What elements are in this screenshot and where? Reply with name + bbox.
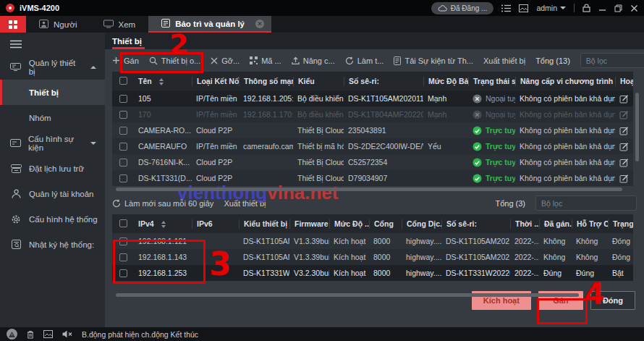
lock-icon[interactable] bbox=[582, 4, 590, 12]
close-button[interactable] bbox=[630, 4, 638, 12]
tab-xem[interactable]: Xem bbox=[90, 16, 149, 33]
col-trang-thai[interactable]: Trạng thái s... bbox=[468, 77, 515, 86]
table-row[interactable]: 192.168.1.121 DS-K1T105AM V1.3.39buil...… bbox=[112, 233, 633, 249]
col-so-se-ri[interactable]: Số sê-ri: bbox=[344, 77, 423, 86]
export-device-button[interactable]: Xuất thiết bị bbox=[224, 199, 266, 208]
filter-input[interactable] bbox=[580, 53, 644, 68]
total-count: Tổng (3) bbox=[495, 199, 525, 208]
edit-icon[interactable] bbox=[619, 158, 629, 167]
user-menu[interactable]: admin bbox=[536, 4, 566, 12]
alarm-icon[interactable] bbox=[7, 329, 17, 340]
select-all-checkbox[interactable] bbox=[119, 219, 127, 227]
col-hoat[interactable]: Hoạt bbox=[615, 77, 633, 86]
task-list-icon[interactable] bbox=[501, 4, 511, 12]
auto-refresh-button[interactable]: Làm mới sau mỗi 60 giây bbox=[112, 199, 213, 208]
table-row[interactable]: 105 IP/Tên miền 192.168.1.205:8000 Bộ đi… bbox=[112, 90, 633, 106]
row-checkbox[interactable] bbox=[119, 174, 127, 182]
sort-icon[interactable] bbox=[161, 221, 166, 228]
tab-nguoi[interactable]: Người bbox=[26, 16, 90, 33]
edit-icon[interactable] bbox=[619, 126, 629, 135]
col-ho-tro[interactable]: Hỗ Trợ Cl... bbox=[572, 219, 608, 229]
col-thoi-gian[interactable]: Thời ... bbox=[510, 219, 539, 229]
horizontal-scrollbar[interactable] bbox=[116, 188, 622, 191]
sidebar-collapse-button[interactable] bbox=[0, 33, 105, 54]
vertical-scrollbar[interactable] bbox=[635, 93, 639, 161]
row-checkbox[interactable] bbox=[119, 95, 127, 103]
cell-type: Thiết Bị Cloud... bbox=[293, 174, 344, 182]
table-row[interactable]: CAMERA-RO... Cloud P2P Thiết Bị Cloud...… bbox=[112, 122, 633, 138]
edit-icon[interactable] bbox=[619, 174, 629, 183]
row-checkbox[interactable] bbox=[119, 269, 127, 277]
row-checkbox[interactable] bbox=[119, 111, 127, 119]
sidebar-item-quan-ly-thiet-bi[interactable]: Quản lý thiết bị bbox=[0, 54, 105, 80]
select-all-checkbox[interactable] bbox=[119, 77, 127, 85]
subtab-thiet-bi[interactable]: Thiết bị bbox=[112, 37, 145, 49]
close-button[interactable]: Đóng bbox=[590, 291, 635, 310]
trash-icon[interactable] bbox=[27, 330, 34, 339]
tab-close-icon[interactable]: ✕ bbox=[255, 20, 264, 28]
remove-device-button[interactable]: Gỡ... bbox=[211, 56, 240, 65]
add-device-button[interactable]: Gán bbox=[112, 56, 139, 65]
col-loai-ket-noi[interactable]: Loại Kết Nối bbox=[192, 77, 239, 86]
mute-icon[interactable] bbox=[62, 330, 72, 338]
col-da-gan[interactable]: Đã gán. bbox=[539, 219, 572, 229]
restore-button[interactable] bbox=[614, 4, 622, 12]
export-device-button[interactable]: Xuất thiết bị bbox=[483, 56, 525, 65]
image-icon[interactable] bbox=[43, 330, 53, 338]
total-count: Tổng (13) bbox=[535, 56, 570, 65]
sidebar-item-thiet-bi[interactable]: Thiết bị bbox=[0, 80, 105, 105]
cell-service-port: highway.... bbox=[402, 253, 441, 261]
col-cong-dich-vu[interactable]: Cổng Dịc... bbox=[402, 219, 441, 229]
table-row[interactable]: 192.168.1.143 DS-K1T105AM V1.3.39buil...… bbox=[112, 249, 633, 265]
table-row[interactable]: 170 IP/Tên miền 192.168.1.170:8000 Bộ đi… bbox=[112, 106, 633, 122]
col-thong-so-mang[interactable]: Thông số mạng bbox=[239, 77, 293, 86]
horizontal-scrollbar[interactable] bbox=[116, 293, 579, 297]
main-menu-button[interactable] bbox=[0, 16, 26, 33]
col-muc-do-bao[interactable]: Mức Độ Bảo ... bbox=[423, 77, 468, 86]
cell-security: Kích hoạt bbox=[329, 237, 369, 245]
table-row[interactable]: CAMERAUFO IP/Tên miền cameraufo.camer...… bbox=[112, 138, 633, 154]
sidebar-item-nhom[interactable]: Nhóm bbox=[0, 105, 105, 130]
col-ipv4[interactable]: IPv4 bbox=[134, 219, 192, 229]
sidebar-item-cau-hinh-su-kien[interactable]: Cấu hình sự kiện bbox=[0, 130, 105, 156]
col-so-se-ri[interactable]: Số sê-ri: bbox=[441, 219, 510, 229]
sidebar-item-nhat-ky-he-thong[interactable]: Nhật ký hệ thống: bbox=[0, 232, 105, 257]
cell-serial: DS-2DE2C400IW-DE/W20210... bbox=[344, 142, 423, 151]
sort-icon[interactable] bbox=[159, 78, 164, 85]
capture-image-icon[interactable] bbox=[519, 4, 528, 12]
upgrade-button[interactable]: Nâng c... bbox=[292, 56, 335, 65]
cell-connection: IP/Tên miền bbox=[192, 142, 239, 151]
row-checkbox[interactable] bbox=[119, 253, 127, 261]
filter-input[interactable] bbox=[535, 195, 637, 211]
col-trang-thai[interactable]: Trạng bbox=[608, 219, 633, 229]
edit-icon[interactable] bbox=[619, 94, 629, 104]
sidebar-item-cau-hinh-he-thong[interactable]: Cấu hình hệ thống bbox=[0, 206, 105, 232]
col-ten[interactable]: Tên bbox=[134, 77, 192, 86]
row-checkbox[interactable] bbox=[119, 127, 127, 135]
minimize-button[interactable] bbox=[598, 4, 606, 12]
login-status-pill[interactable]: Đã Đăng ... bbox=[431, 2, 494, 14]
row-checkbox[interactable] bbox=[119, 237, 127, 245]
col-kieu-thiet-bi[interactable]: Kiểu thiết bị bbox=[239, 219, 289, 229]
online-device-button[interactable]: Thiết bị o... bbox=[149, 56, 200, 65]
col-cong[interactable]: Cổng bbox=[369, 219, 402, 229]
col-kieu[interactable]: Kiểu bbox=[293, 77, 344, 86]
row-checkbox[interactable] bbox=[119, 143, 127, 151]
col-nang-cap[interactable]: Nâng cấp vi chương trình bbox=[515, 77, 615, 86]
get-events-button[interactable]: Tải Sự kiện từ Th... bbox=[394, 56, 473, 65]
row-checkbox[interactable] bbox=[119, 159, 127, 167]
search-icon bbox=[149, 56, 158, 65]
table-row[interactable]: DS-K1T331(D... Cloud P2P Thiết Bị Cloud.… bbox=[112, 170, 633, 186]
refresh-button[interactable]: Làm t... bbox=[345, 56, 384, 65]
edit-icon[interactable] bbox=[619, 142, 629, 151]
col-firmware[interactable]: Firmware ... bbox=[289, 219, 329, 229]
col-ipv6[interactable]: IPv6 bbox=[192, 219, 239, 229]
tab-bao-tri-va-quan-ly[interactable]: Bảo trì và quản lý ✕ bbox=[148, 16, 271, 33]
col-muc-do[interactable]: Mức Độ ... bbox=[329, 219, 369, 229]
qr-code-button[interactable]: Mã ... bbox=[250, 56, 281, 65]
table-row[interactable]: 192.168.1.253 DS-K1T331W V3.2.30buil... … bbox=[112, 265, 633, 281]
sidebar-item-quan-ly-tai-khoan[interactable]: Quản lý tài khoản bbox=[0, 181, 105, 206]
table-row[interactable]: DS-7616NI-K... Cloud P2P Thiết Bị Cloud.… bbox=[112, 154, 633, 170]
sidebar-item-dat-lich-luu-tru[interactable]: Đặt lịch lưu trữ bbox=[0, 156, 105, 181]
edit-icon[interactable] bbox=[619, 110, 629, 119]
